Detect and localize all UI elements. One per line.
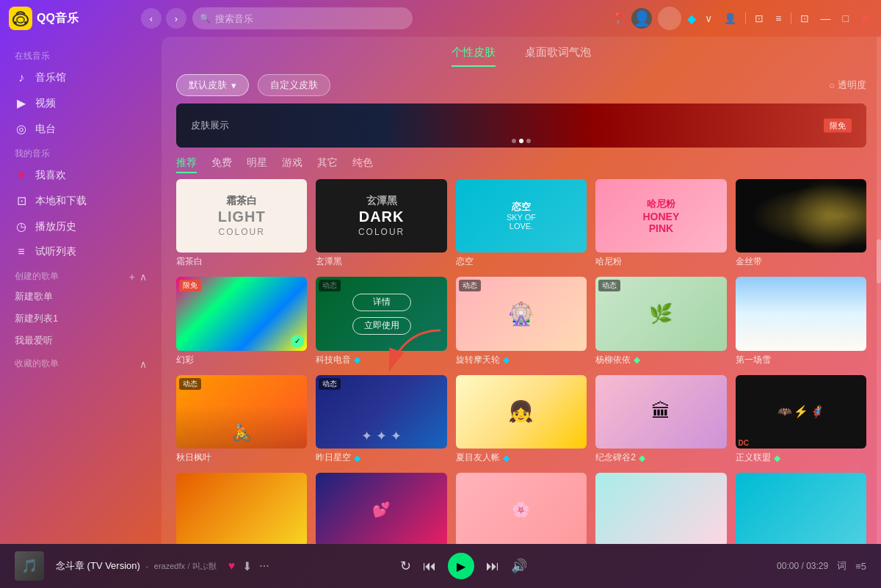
tab-personality-skin[interactable]: 个性皮肤 [452,46,496,67]
skin-item-r4d[interactable] [595,473,726,544]
banner-dot-2[interactable] [526,139,531,143]
skin-grid-row1: 霜茶白 LIGHT COLOUR 霜茶白 玄潭黑 DARK [176,179,866,268]
skin-label-yangliuyiyi: 杨柳依依 ◆ [595,354,726,366]
skin-label-jinsidai: 金丝带 [736,255,866,268]
skin-item-hanifeng[interactable]: 哈尼粉 HONEY PINK 哈尼粉 [595,179,726,268]
minimize-button[interactable]: — [818,10,834,27]
collapse-playlist-button[interactable]: ∧ [139,271,147,283]
title-right: 📍 👤 ◆ ∨ 👤 ⊡ ≡ ⊡ — □ ✕ [611,7,872,30]
volume-button[interactable]: 🔊 [511,558,527,574]
forward-button[interactable]: › [166,8,186,29]
skin-item-jinianbei[interactable]: 🏛 纪念碑谷2 ◆ [595,375,726,464]
playlist-item-favorite[interactable]: 我最爱听 [0,330,162,352]
detail-button[interactable]: 详情 [352,294,411,311]
use-now-button[interactable]: 立即使用 [352,317,411,335]
skin-item-diyichangxue[interactable]: 第一场雪 [736,277,866,366]
sidebar-item-history[interactable]: ◷ 播放历史 [0,214,162,239]
collapse-collected-button[interactable]: ∧ [139,358,147,370]
skin-item-r4b[interactable]: 💕 [316,473,446,544]
skin-item-huancai[interactable]: 限免 ✓ 幻彩 [176,277,307,366]
sidebar-item-radio[interactable]: ◎ 电台 [0,116,162,142]
user-icon-button[interactable]: 👤 [721,10,739,27]
search-input[interactable] [215,13,405,24]
skin-item-r4e[interactable] [736,473,866,544]
sidebar-section-collected: 收藏的歌单 ∧ [0,352,162,373]
badge-dongtai-yangliuyiyi: 动态 [598,280,620,291]
filter-tab-other[interactable]: 其它 [317,156,338,173]
player-time: 00:00 / 03:29 [777,561,828,571]
collected-controls: ∧ [139,358,147,370]
skin-item-xuanzhuanmotian[interactable]: 动态 🎡 旋转摩天轮 ◆ [456,277,587,366]
lyric-button[interactable]: 词 [837,559,846,573]
prev-button[interactable]: ⏮ [423,559,436,574]
skin-item-liankong[interactable]: 恋空 SKY OFLOVE. 恋空 [456,179,587,268]
like-button[interactable]: ♥ [228,559,236,573]
scrollbar-thumb[interactable] [877,239,881,283]
skin-label-hanifeng: 哈尼粉 [595,255,726,268]
default-skin-label: 默认皮肤 [189,79,227,92]
filter-tab-recommend[interactable]: 推荐 [176,156,197,173]
chevron-down-button[interactable]: ∨ [702,10,715,27]
banner-text: 皮肤展示 [191,119,229,132]
diamond-icon-zuorixin: ◆ [354,453,360,463]
sidebar-item-likes[interactable]: ♥ 我喜欢 [0,163,162,188]
settings-button[interactable]: ⊡ [752,10,766,27]
skin-item-zhengyi[interactable]: 🦇 ⚡ 🦸 DC 正义联盟 ◆ [736,375,866,464]
star-icon: ✦ ✦ ✦ [361,428,402,444]
sidebar-item-video[interactable]: ▶ 视频 [0,90,162,116]
filter-tab-game[interactable]: 游戏 [282,156,302,173]
custom-skin-button[interactable]: 自定义皮肤 [258,74,330,96]
diamond-icon-xuanzhuan: ◆ [503,355,510,365]
banner-dot-0[interactable] [512,139,516,143]
skin-label-jinianbei: 纪念碑谷2 ◆ [595,451,726,464]
maximize-button[interactable]: □ [840,10,852,27]
banner-dot-1[interactable] [519,139,523,143]
more-button[interactable]: ··· [259,559,269,573]
tab-desktop-lyric[interactable]: 桌面歌词气泡 [525,46,591,67]
sidebar-label-trial: 试听列表 [35,245,76,258]
play-button[interactable]: ▶ [448,553,474,579]
add-playlist-button[interactable]: + [129,271,135,283]
transparency-button[interactable]: ○ 透明度 [829,79,866,92]
sidebar-label-local: 本地和下载 [35,195,87,208]
skin-item-yangliuyiyi[interactable]: 动态 🌿 杨柳依依 ◆ [595,277,726,366]
player-actions: ♥ ⬇ ··· [228,559,269,573]
avatar[interactable]: 👤 [631,8,652,29]
skin-item-xiariyo[interactable]: 👧 夏目友人帐 ◆ [456,375,587,464]
playlist-item-new[interactable]: 新建歌单 [0,286,162,308]
close-button[interactable]: ✕ [858,10,872,27]
filter-tab-star[interactable]: 明星 [247,156,267,173]
queue-button[interactable]: ≡5 [855,561,866,572]
skin-item-qiurifengye[interactable]: 动态 🚴 秋日枫叶 [176,375,307,464]
skin-grid-row3: 动态 🚴 秋日枫叶 动态 ✦ ✦ ✦ 昨日星空 [176,375,866,464]
skin-item-r4c[interactable]: 🌸 [456,473,587,544]
sidebar-item-trial[interactable]: ≡ 试听列表 [0,239,162,264]
default-skin-button[interactable]: 默认皮肤 ▾ [176,74,249,96]
skin-item-kejidianyin[interactable]: 动态 详情 立即使用 科技电音 ◆ [316,277,446,366]
menu-button[interactable]: ≡ [772,10,784,27]
skin-item-xuantan[interactable]: 玄潭黑 DARK COLOUR 玄潭黑 [316,179,446,268]
sidebar-section-my-music: 我的音乐 [0,142,162,163]
skin-item-r4a[interactable] [176,473,307,544]
scrollbar[interactable] [877,37,881,544]
window-button[interactable]: ⊡ [797,10,812,27]
repeat-button[interactable]: ↻ [400,558,411,574]
download-button[interactable]: ⬇ [242,559,252,573]
sidebar-item-local[interactable]: ⊡ 本地和下载 [0,188,162,214]
skin-item-zuorixin[interactable]: 动态 ✦ ✦ ✦ 昨日星空 ◆ [316,375,446,464]
filter-tab-free[interactable]: 免费 [211,156,232,173]
player-artist: erazedfx [154,562,185,570]
skin-item-jinsidai[interactable]: 金丝带 [736,179,866,268]
sidebar-item-music-hall[interactable]: ♪ 音乐馆 [0,65,162,90]
separator2 [791,12,791,24]
sidebar-label-radio: 电台 [35,123,56,136]
skin-grid-container[interactable]: 霜茶白 LIGHT COLOUR 霜茶白 玄潭黑 DARK [162,179,881,544]
player-controls: ↻ ⏮ ▶ ⏭ 🔊 [400,553,527,579]
filter-tab-pure[interactable]: 纯色 [352,156,373,173]
skin-item-shuangcha[interactable]: 霜茶白 LIGHT COLOUR 霜茶白 [176,179,307,268]
back-button[interactable]: ‹ [141,8,162,29]
sidebar-section-online: 在线音乐 [0,44,162,65]
r4c-icon: 🌸 [512,501,530,518]
playlist-item-list1[interactable]: 新建列表1 [0,308,162,330]
next-button[interactable]: ⏭ [486,559,499,574]
